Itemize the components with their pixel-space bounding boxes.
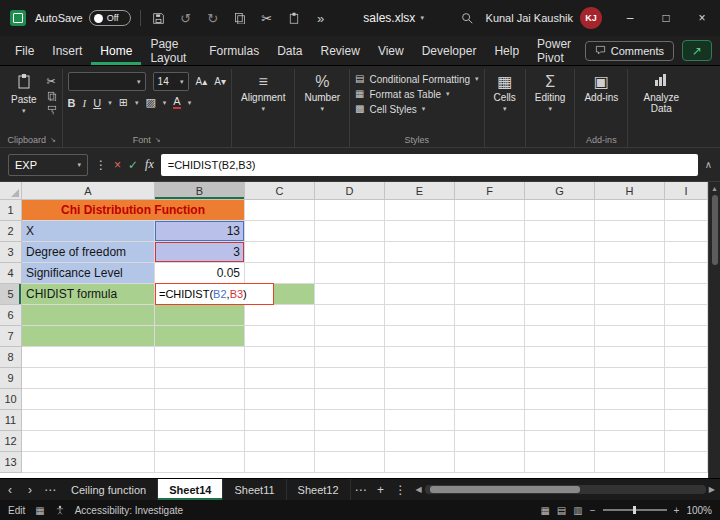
cell-G11[interactable] xyxy=(525,410,595,431)
cell-F3[interactable] xyxy=(455,242,525,263)
cell-D12[interactable] xyxy=(315,431,385,452)
cell-C13[interactable] xyxy=(245,452,315,473)
cell-E3[interactable] xyxy=(385,242,455,263)
sheet-tab-sheet14[interactable]: Sheet14 xyxy=(158,479,223,500)
cell-F8[interactable] xyxy=(455,347,525,368)
tab-review[interactable]: Review xyxy=(312,36,369,65)
search-icon[interactable] xyxy=(458,11,476,25)
cell-D11[interactable] xyxy=(315,410,385,431)
account-button[interactable]: Kunal Jai Kaushik KJ xyxy=(486,7,602,29)
cell-F4[interactable] xyxy=(455,263,525,284)
cell-C11[interactable] xyxy=(245,410,315,431)
cell-B10[interactable] xyxy=(155,389,245,410)
conditional-formatting-button[interactable]: ▤ Conditional Formatting ▾ xyxy=(355,73,479,85)
cell-F1[interactable] xyxy=(455,200,525,221)
cell-F6[interactable] xyxy=(455,305,525,326)
cell-H5[interactable] xyxy=(595,284,665,305)
cell-G10[interactable] xyxy=(525,389,595,410)
previous-sheet-icon[interactable]: ‹ xyxy=(0,479,20,500)
fill-color-icon[interactable]: ▨ xyxy=(145,96,155,109)
cell-styles-button[interactable]: ▩ Cell Styles ▾ xyxy=(355,103,425,115)
cell-B4[interactable]: 0.05 xyxy=(155,263,245,284)
cell-I10[interactable] xyxy=(665,389,708,410)
select-all-corner[interactable] xyxy=(0,182,22,200)
cell-F2[interactable] xyxy=(455,221,525,242)
cell-I11[interactable] xyxy=(665,410,708,431)
scroll-right-icon[interactable]: ▶ xyxy=(709,485,715,494)
formula-input[interactable]: =CHIDIST(B2,B3) xyxy=(161,154,698,176)
cell-E11[interactable] xyxy=(385,410,455,431)
zoom-out-icon[interactable]: − xyxy=(590,505,596,516)
cell-E10[interactable] xyxy=(385,389,455,410)
addins-button[interactable]: ▣ Add-ins xyxy=(580,72,622,104)
format-painter-icon[interactable] xyxy=(47,105,57,115)
row-header-8[interactable]: 8 xyxy=(0,347,22,368)
cell-H11[interactable] xyxy=(595,410,665,431)
cell-G8[interactable] xyxy=(525,347,595,368)
undo-icon[interactable]: ↺ xyxy=(177,11,195,26)
cell-H2[interactable] xyxy=(595,221,665,242)
cell-E1[interactable] xyxy=(385,200,455,221)
normal-view-icon[interactable]: ▦ xyxy=(540,505,549,516)
row-header-1[interactable]: 1 xyxy=(0,200,22,221)
cell-I13[interactable] xyxy=(665,452,708,473)
cell-B5[interactable]: =CHIDIST(B2,B3) xyxy=(155,284,245,305)
cell-B6[interactable] xyxy=(155,305,245,326)
sheet-tab-ceiling-function[interactable]: Ceiling function xyxy=(60,479,158,500)
row-header-2[interactable]: 2 xyxy=(0,221,22,242)
cell-I2[interactable] xyxy=(665,221,708,242)
italic-button[interactable]: I xyxy=(83,97,87,109)
tab-file[interactable]: File xyxy=(6,36,43,65)
cell-I3[interactable] xyxy=(665,242,708,263)
sheet-tab-sheet12[interactable]: Sheet12 xyxy=(287,479,351,500)
row-header-10[interactable]: 10 xyxy=(0,389,22,410)
name-box[interactable]: EXP ▾ xyxy=(8,154,88,176)
cell-A13[interactable] xyxy=(22,452,155,473)
row-header-7[interactable]: 7 xyxy=(0,326,22,347)
vertical-scroll-thumb[interactable] xyxy=(712,195,718,265)
cell-H8[interactable] xyxy=(595,347,665,368)
cell-H6[interactable] xyxy=(595,305,665,326)
page-layout-view-icon[interactable]: ▤ xyxy=(557,505,566,516)
tab-view[interactable]: View xyxy=(369,36,413,65)
paste-icon[interactable] xyxy=(285,12,303,24)
bold-button[interactable]: B xyxy=(68,97,76,109)
format-as-table-button[interactable]: ▦ Format as Table ▾ xyxy=(355,88,449,100)
accessibility-status[interactable]: Accessibility: Investigate xyxy=(75,505,183,516)
cell-B2[interactable]: 13 xyxy=(155,221,245,242)
font-name-select[interactable]: ▾ xyxy=(68,72,146,91)
cell-H1[interactable] xyxy=(595,200,665,221)
cell-F10[interactable] xyxy=(455,389,525,410)
column-header-B[interactable]: B xyxy=(155,182,245,200)
copy-icon[interactable] xyxy=(47,91,57,101)
more-options-icon[interactable]: ⋮ xyxy=(95,158,107,172)
cell-C2[interactable] xyxy=(245,221,315,242)
cell-C1[interactable] xyxy=(245,200,315,221)
number-button[interactable]: % Number ▾ xyxy=(300,72,344,114)
decrease-font-icon[interactable]: A▾ xyxy=(214,76,226,87)
cell-F5[interactable] xyxy=(455,284,525,305)
horizontal-scroll-thumb[interactable] xyxy=(430,486,580,493)
font-color-icon[interactable]: A xyxy=(173,96,180,109)
cell-A1[interactable]: Chi Distribution Function xyxy=(22,200,245,221)
cell-E8[interactable] xyxy=(385,347,455,368)
formula-edit-overlay[interactable]: =CHIDIST(B2,B3) xyxy=(155,283,274,305)
tab-page-layout[interactable]: Page Layout xyxy=(141,36,200,65)
all-sheets-icon[interactable]: ⋯ xyxy=(40,479,60,500)
vertical-scrollbar[interactable]: ▲ xyxy=(708,182,720,478)
column-header-F[interactable]: F xyxy=(455,182,525,200)
cell-F7[interactable] xyxy=(455,326,525,347)
cell-E6[interactable] xyxy=(385,305,455,326)
cell-E12[interactable] xyxy=(385,431,455,452)
cell-I1[interactable] xyxy=(665,200,708,221)
cell-A6[interactable] xyxy=(22,305,155,326)
editing-button[interactable]: Σ Editing ▾ xyxy=(531,72,570,114)
zoom-slider[interactable] xyxy=(603,509,667,511)
more-sheets-icon[interactable]: ⋯ xyxy=(351,479,371,500)
cell-F13[interactable] xyxy=(455,452,525,473)
cell-H3[interactable] xyxy=(595,242,665,263)
cell-G6[interactable] xyxy=(525,305,595,326)
toolbar-overflow-icon[interactable]: » xyxy=(312,11,330,26)
row-header-4[interactable]: 4 xyxy=(0,263,22,284)
cell-C8[interactable] xyxy=(245,347,315,368)
